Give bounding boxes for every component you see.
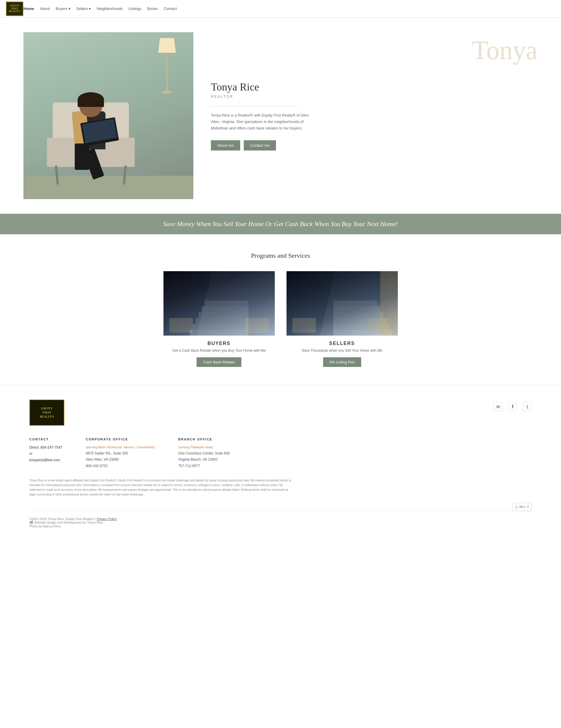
email-icon: ✉: [29, 452, 32, 456]
footer-branch-col: BRANCH OFFICE (serving Tidewater area) O…: [178, 438, 230, 469]
branch-subheading[interactable]: (serving Tidewater area): [178, 445, 230, 450]
footer-social: ✉ f 𝕥: [494, 402, 532, 411]
about-me-button[interactable]: About me: [211, 140, 240, 151]
copyright-line: ©2021-2023 Tonya Rice. Equity First Real…: [29, 517, 532, 521]
sellers-card-image: [287, 271, 398, 336]
logo-text: EQUITYFIRSTREALTY®: [9, 4, 20, 13]
branch-address1: One Columbus Center, Suite 600: [178, 450, 230, 457]
contact-phone: Direct: 804-247-7547: [29, 445, 62, 451]
buyers-card: BUYERS Get a Cash Back Rebate when you B…: [163, 271, 275, 367]
email-social-icon[interactable]: ✉: [494, 402, 502, 411]
corporate-address1: 4870 Sadler Rd., Suite 300: [86, 450, 155, 457]
programs-title: Programs and Services: [29, 252, 532, 259]
cash-back-rebate-button[interactable]: Cash Back Rebate: [196, 357, 241, 367]
branch-address2: Virginia Beach, VA 23462: [178, 457, 230, 463]
footer-bottom: ©2021-2023 Tonya Rice. Equity First Real…: [29, 511, 532, 528]
chair-decoration: [47, 102, 135, 184]
nav-links: Home About Buyers ▾ Sellers ▾ Neighborho…: [23, 5, 177, 12]
contact-email: ✉ tonyarice@live.com: [29, 451, 62, 464]
corporate-subheading[interactable]: (serving Metro Richmond, Henrico, Cheste…: [86, 445, 155, 450]
branch-heading: BRANCH OFFICE: [178, 438, 230, 441]
nav-link-books[interactable]: Books: [147, 5, 158, 12]
nav-link-neighborhoods[interactable]: Neighborhoods: [97, 5, 122, 12]
site-logo[interactable]: EQUITYFIRSTREALTY®: [6, 1, 23, 16]
photo-credit: Photo by Marcus Rice: [29, 524, 532, 528]
mls-badge: ⌂ MLS ®: [512, 503, 532, 511]
privacy-policy-link[interactable]: Privacy Policy: [97, 517, 117, 521]
email-link[interactable]: tonyarice@live.com: [29, 457, 62, 464]
branch-phone: 757-712-9077: [178, 463, 230, 469]
hero-buttons: About me Contact me: [211, 140, 538, 151]
footer-columns: CONTACT Direct: 804-247-7547 ✉ tonyarice…: [29, 438, 532, 469]
buyers-description: Get a Cash Back Rebate when you Buy Your…: [163, 348, 275, 353]
buyers-card-image: [163, 271, 275, 336]
leaf-icon: 🌿: [29, 521, 34, 524]
contact-heading: CONTACT: [29, 438, 62, 441]
hero-name: Tonya Rice: [211, 81, 538, 93]
footer-contact-col: CONTACT Direct: 804-247-7547 ✉ tonyarice…: [29, 438, 62, 469]
buyers-category: BUYERS: [163, 341, 275, 346]
hero-description: Tonya Rice is a Realtor® with Equity Fir…: [211, 112, 311, 131]
footer-disclaimer-area: Tonya Rice is a real estate agent affili…: [29, 478, 532, 511]
corporate-phone: 804-432-6722: [86, 463, 155, 469]
chevron-down-icon: ▾: [69, 6, 71, 11]
phone-link[interactable]: Direct: 804-247-7547: [29, 445, 62, 451]
hero-content: Tonya Rice REALTOR Tonya Rice is a Realt…: [211, 75, 538, 156]
corporate-heading: CORPORATE OFFICE: [86, 438, 155, 441]
hero-section: Tonya: [0, 18, 561, 214]
contact-me-button[interactable]: Contact me: [244, 140, 276, 151]
programs-grid: BUYERS Get a Cash Back Rebate when you B…: [29, 271, 532, 367]
nav-link-listings[interactable]: Listings: [129, 5, 141, 12]
promo-banner: Save Money When You Sell Your Home Or Ge…: [0, 214, 561, 234]
programs-section: Programs and Services: [0, 234, 561, 384]
nav-dropdown-buyers[interactable]: Buyers ▾: [56, 6, 70, 11]
footer-corporate-col: CORPORATE OFFICE (serving Metro Richmond…: [86, 438, 155, 469]
facebook-social-icon[interactable]: f: [508, 402, 517, 411]
hero-divider: [211, 106, 299, 106]
design-credit: 🌿 Website design and development by Tony…: [29, 521, 532, 524]
sellers-description: Save Thousands when you Sell Your Home w…: [287, 348, 398, 353]
equal-housing-icon: ⌂: [515, 504, 518, 510]
mls-text: MLS: [519, 505, 526, 508]
chevron-down-icon: ▾: [89, 6, 91, 11]
cursive-watermark: Tonya: [472, 35, 538, 65]
nav-link-contact[interactable]: Contact: [164, 5, 177, 12]
nav-link-about[interactable]: About: [40, 5, 50, 12]
sellers-card: SELLERS Save Thousands when you Sell You…: [287, 271, 398, 367]
twitter-social-icon[interactable]: 𝕥: [523, 402, 532, 411]
nav-dropdown-sellers[interactable]: Sellers ▾: [76, 6, 91, 11]
lamp-decoration: [158, 38, 176, 97]
footer-top: EQUITYFIRSTREALTY® ✉ f 𝕥: [29, 399, 532, 426]
sellers-category: SELLERS: [287, 341, 398, 346]
nav-link-home[interactable]: Home: [23, 5, 34, 12]
staircase-left: [190, 292, 248, 336]
hero-title: REALTOR: [211, 95, 538, 99]
corporate-address2: Glen Allen, VA 23060: [86, 457, 155, 463]
footer: EQUITYFIRSTREALTY® ✉ f 𝕥 CONTACT Direct:…: [0, 384, 561, 537]
listing-fee-button[interactable]: 0% Listing Fee: [323, 357, 361, 367]
footer-logo[interactable]: EQUITYFIRSTREALTY®: [29, 399, 64, 426]
footer-logo-text: EQUITYFIRSTREALTY®: [40, 406, 54, 419]
person-figure: [59, 94, 123, 170]
footer-disclaimer: Tonya Rice is a real estate agent affili…: [29, 478, 293, 497]
hero-image: [23, 32, 193, 199]
realtor-icon: ®: [527, 505, 529, 508]
navbar: EQUITYFIRSTREALTY® Home About Buyers ▾ S…: [0, 0, 561, 18]
